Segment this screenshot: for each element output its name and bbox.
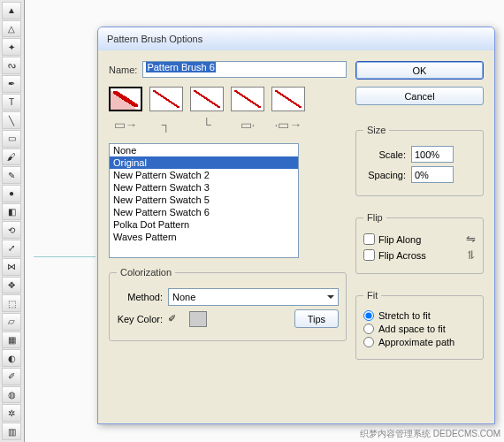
list-item[interactable]: New Pattern Swatch 2 xyxy=(110,169,298,181)
tool-type[interactable]: T xyxy=(2,94,21,111)
eyedropper-icon[interactable]: ✐ xyxy=(168,313,184,325)
tool-scale[interactable]: ⤢ xyxy=(2,240,21,257)
list-item[interactable]: New Pattern Swatch 3 xyxy=(110,181,298,194)
cancel-button[interactable]: Cancel xyxy=(355,87,484,105)
colorization-group: Colorization Method: None Key Color: ✐ T… xyxy=(109,267,347,341)
tool-perspective[interactable]: ▱ xyxy=(2,313,21,331)
flip-across-label: Flip Across xyxy=(378,250,426,261)
swatch-listbox[interactable]: None Original New Pattern Swatch 2 New P… xyxy=(109,143,299,258)
tool-eraser[interactable]: ◧ xyxy=(2,203,21,221)
tool-gradient[interactable]: ◐ xyxy=(2,349,21,367)
tool-width[interactable]: ⋈ xyxy=(2,258,21,276)
list-item[interactable]: New Pattern Swatch 5 xyxy=(110,194,298,206)
method-label: Method: xyxy=(117,292,163,302)
fit-option-label: Approximate path xyxy=(378,337,454,347)
tool-line[interactable]: ╲ xyxy=(2,111,21,129)
name-input-value: Pattern Brush 6 xyxy=(146,62,215,72)
hint-inner-corner-icon: └ xyxy=(190,115,224,134)
size-group: Size Scale: Spacing: xyxy=(355,125,484,196)
tile-end[interactable] xyxy=(271,87,305,111)
tool-pencil[interactable]: ✎ xyxy=(2,166,21,184)
watermark: 织梦内容管理系统 DEDECMS.COM xyxy=(360,428,500,440)
pattern-brush-options-dialog: Pattern Brush Options Name: Pattern Brus… xyxy=(97,27,495,424)
dialog-title: Pattern Brush Options xyxy=(107,34,202,44)
list-item[interactable]: Original xyxy=(110,156,298,169)
flip-across-checkbox[interactable]: Flip Across xyxy=(363,249,426,261)
name-input[interactable]: Pattern Brush 6 xyxy=(142,61,347,78)
tool-blend[interactable]: ◍ xyxy=(2,386,21,404)
scale-input[interactable] xyxy=(411,146,454,163)
flip-along-checkbox[interactable]: Flip Along xyxy=(363,233,421,245)
fit-approximate-radio[interactable]: Approximate path xyxy=(363,337,476,347)
tool-column-graph[interactable]: ▥ xyxy=(2,423,21,440)
hint-side-icon: ▭→ xyxy=(109,115,142,134)
tile-outer-corner[interactable] xyxy=(149,87,183,111)
fit-option-label: Add space to fit xyxy=(378,324,446,334)
tool-eyedropper[interactable]: ✐ xyxy=(2,368,21,385)
list-item[interactable]: Polka Dot Pattern xyxy=(110,218,298,231)
tool-rotate[interactable]: ⟲ xyxy=(2,221,21,239)
fit-group: Fit Stretch to fit Add space to fit Appr… xyxy=(355,290,484,360)
tile-inner-corner[interactable] xyxy=(190,87,224,111)
tool-mesh[interactable]: ▦ xyxy=(2,332,21,349)
tool-symbol-sprayer[interactable]: ✲ xyxy=(2,404,21,422)
tool-shape-builder[interactable]: ⬚ xyxy=(2,294,21,312)
tips-button[interactable]: Tips xyxy=(294,309,339,328)
tile-start[interactable] xyxy=(231,87,264,111)
brush-tile-hints: ▭→ ┐ └ ▭· ·▭→ xyxy=(109,115,347,134)
colorization-legend: Colorization xyxy=(117,267,175,278)
size-legend: Size xyxy=(363,125,389,135)
list-item[interactable]: None xyxy=(110,144,298,156)
tool-magic-wand[interactable]: ✦ xyxy=(2,38,21,56)
hint-end-icon: ·▭→ xyxy=(271,115,305,134)
dialog-titlebar[interactable]: Pattern Brush Options xyxy=(98,27,494,50)
tool-pen[interactable]: ✒ xyxy=(2,75,21,93)
fit-option-label: Stretch to fit xyxy=(378,310,431,321)
spacing-label: Spacing: xyxy=(363,170,406,180)
tool-paintbrush[interactable]: 🖌 xyxy=(2,149,21,166)
key-color-swatch[interactable] xyxy=(189,311,207,327)
artwork-path xyxy=(34,256,95,257)
fit-stretch-radio[interactable]: Stretch to fit xyxy=(363,310,476,321)
flip-legend: Flip xyxy=(363,212,386,223)
tool-free-transform[interactable]: ✥ xyxy=(2,277,21,294)
tools-panel: ▲ △ ✦ ᔓ ✒ T ╲ ▭ 🖌 ✎ ● ◧ ⟲ ⤢ ⋈ ✥ ⬚ ▱ ▦ ◐ … xyxy=(0,0,25,442)
list-item[interactable]: New Pattern Swatch 6 xyxy=(110,206,298,218)
ok-button[interactable]: OK xyxy=(355,61,484,80)
flip-group: Flip Flip Along ⇋ Flip Across ⥮ xyxy=(355,212,484,274)
tile-side[interactable] xyxy=(109,87,142,111)
hint-start-icon: ▭· xyxy=(231,115,264,134)
tool-direct-select[interactable]: △ xyxy=(2,20,21,38)
flip-along-label: Flip Along xyxy=(378,234,421,245)
method-value: None xyxy=(172,292,195,302)
tool-lasso[interactable]: ᔓ xyxy=(2,57,21,74)
method-dropdown[interactable]: None xyxy=(168,288,339,306)
key-color-label: Key Color: xyxy=(117,314,163,324)
tool-blob-brush[interactable]: ● xyxy=(2,185,21,202)
fit-legend: Fit xyxy=(363,290,381,301)
flip-along-icon: ⇋ xyxy=(466,232,476,246)
hint-outer-corner-icon: ┐ xyxy=(149,115,183,134)
flip-across-icon: ⥮ xyxy=(466,248,476,262)
tool-rectangle[interactable]: ▭ xyxy=(2,130,21,148)
spacing-input[interactable] xyxy=(411,166,454,183)
name-label: Name: xyxy=(109,65,137,75)
scale-label: Scale: xyxy=(363,149,406,160)
fit-addspace-radio[interactable]: Add space to fit xyxy=(363,324,476,334)
brush-tiles xyxy=(109,87,347,111)
list-item[interactable]: Waves Pattern xyxy=(110,231,298,243)
tool-selection[interactable]: ▲ xyxy=(2,2,21,19)
